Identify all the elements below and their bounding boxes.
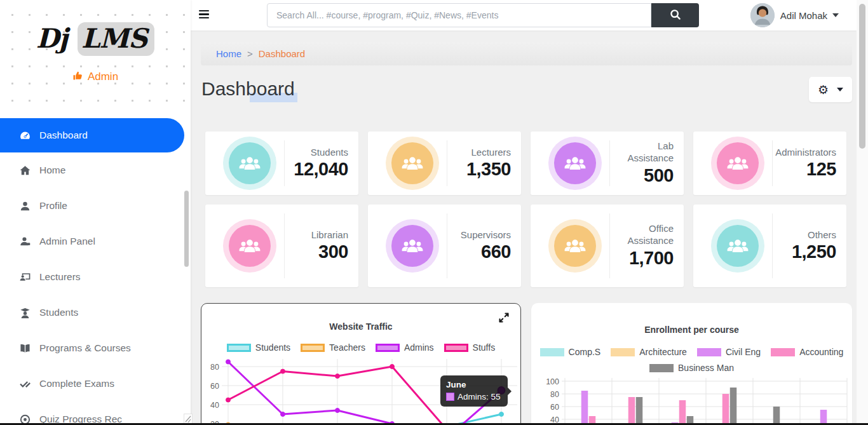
chevron-down-icon — [837, 88, 843, 91]
legend-item-teachers[interactable]: Teachers — [301, 342, 365, 353]
user-menu[interactable]: Adil Mohak — [750, 0, 839, 30]
home-icon — [19, 165, 31, 177]
legend-label: Teachers — [329, 342, 365, 353]
settings-dropdown-button[interactable]: ⚙ — [809, 77, 852, 102]
stat-card-office-assistance: Office Assistance 1,700 — [531, 205, 684, 287]
gear-icon: ⚙ — [818, 84, 829, 96]
stat-label: Others — [808, 229, 836, 241]
divider — [609, 213, 610, 278]
expand-icon[interactable] — [498, 311, 512, 325]
stat-value: 660 — [481, 241, 511, 262]
logo-lms-badge: LMS — [78, 22, 154, 56]
stat-icon-halo — [223, 219, 276, 273]
stat-icon-halo — [711, 219, 764, 273]
stat-label: Office Assistance — [613, 223, 674, 247]
sidebar-item-dashboard[interactable]: Dashboard — [0, 118, 184, 152]
stat-label: Students — [311, 147, 348, 159]
chart-tooltip: June Admins: 55 — [440, 375, 508, 407]
users-group-icon — [717, 142, 759, 184]
legend-swatch — [649, 364, 674, 372]
stat-label: Librarian — [311, 229, 348, 241]
stat-card-librarian: Librarian 300 — [205, 205, 358, 287]
divider — [447, 140, 447, 186]
sidebar-item-label: Programs & Courses — [39, 342, 131, 354]
admin-panel-icon — [19, 236, 31, 248]
divider — [772, 213, 773, 278]
enrollment-card: Enrollment per course Comp.SArchitecture… — [531, 303, 852, 425]
legend-item-comp-s[interactable]: Comp.S — [540, 347, 601, 357]
sidebar-item-admin-panel[interactable]: Admin Panel — [0, 224, 191, 259]
app-logo: Dj LMS — [0, 23, 191, 54]
bar-chart: 100806040 — [531, 373, 852, 425]
legend-item-stuffs[interactable]: Stuffs — [444, 342, 496, 353]
sidebar-item-label: Lecturers — [39, 271, 81, 283]
exams-icon — [19, 378, 31, 390]
sidebar-item-profile[interactable]: Profile — [0, 188, 191, 224]
divider — [284, 213, 285, 278]
stat-icon-halo — [223, 137, 276, 190]
sidebar-scrollbar[interactable] — [184, 191, 189, 267]
resize-grip[interactable] — [184, 414, 193, 424]
legend-item-admins[interactable]: Admins — [376, 342, 434, 353]
legend-swatch — [376, 344, 400, 352]
stat-card-administrators: Administrators 125 — [693, 132, 846, 195]
breadcrumb-current: Dashboard — [259, 48, 305, 59]
stat-icon-halo — [548, 219, 602, 273]
stat-value: 300 — [318, 241, 348, 262]
divider — [772, 140, 773, 186]
legend-item-students[interactable]: Students — [227, 342, 290, 353]
sidebar-item-complete-exams[interactable]: Complete Exams — [0, 366, 191, 401]
stat-value: 1,350 — [466, 159, 511, 180]
svg-text:40: 40 — [210, 401, 219, 410]
legend-item-business-man[interactable]: Business Man — [649, 363, 734, 373]
chart-legend: StudentsTeachersAdminsStuffs — [201, 342, 520, 353]
sidebar-item-lecturers[interactable]: Lecturers — [0, 259, 191, 295]
avatar — [750, 3, 775, 27]
page-title: Dashboard — [201, 78, 295, 100]
stat-value: 1,700 — [629, 248, 674, 269]
sidebar-item-quiz-progress-rec[interactable]: Quiz Progress Rec — [0, 401, 191, 425]
topbar: Adil Mohak — [191, 0, 857, 30]
svg-text:80: 80 — [210, 363, 219, 372]
legend-swatch — [540, 348, 564, 356]
stat-label: Supervisors — [461, 229, 511, 241]
chevron-down-icon — [832, 13, 839, 17]
legend-item-accounting[interactable]: Accounting — [771, 347, 843, 357]
users-group-icon — [229, 225, 271, 267]
legend-item-civil-eng[interactable]: Civil Eng — [697, 347, 761, 357]
stat-value: 12,040 — [294, 159, 348, 180]
breadcrumb-separator: > — [247, 48, 253, 59]
legend-swatch — [771, 348, 795, 356]
svg-text:80: 80 — [550, 390, 559, 399]
stat-card-students: Students 12,040 — [205, 132, 358, 195]
page-scrollbar-thumb[interactable] — [859, 4, 865, 149]
legend-label: Students — [255, 342, 290, 353]
sidebar-header: Dj LMS Admin — [0, 0, 191, 114]
legend-swatch — [611, 348, 635, 356]
legend-label: Business Man — [678, 363, 734, 373]
sidebar-item-programs-courses[interactable]: Programs & Courses — [0, 330, 191, 366]
legend-label: Architecture — [639, 347, 687, 357]
tooltip-value: Admins: 55 — [458, 392, 501, 401]
hamburger-menu-icon[interactable] — [199, 10, 209, 20]
sidebar-item-home[interactable]: Home — [0, 152, 191, 188]
search-button[interactable] — [651, 3, 699, 27]
sidebar-item-label: Profile — [39, 200, 67, 212]
search-input[interactable] — [267, 3, 651, 27]
sidebar-item-label: Complete Exams — [39, 378, 114, 389]
stat-card-others: Others 1,250 — [693, 205, 846, 287]
sidebar-item-students[interactable]: Students — [0, 295, 191, 330]
legend-label: Stuffs — [473, 342, 496, 353]
stat-card-lecturers: Lecturers 1,350 — [368, 132, 521, 195]
users-group-icon — [554, 225, 596, 267]
tooltip-title: June — [446, 380, 501, 389]
students-icon — [19, 307, 31, 319]
profile-icon — [19, 200, 31, 212]
legend-item-architecture[interactable]: Architecture — [611, 347, 687, 357]
admin-role-link[interactable]: Admin — [0, 71, 191, 83]
chart-title: Website Traffic — [201, 321, 520, 332]
user-name: Adil Mohak — [780, 10, 827, 21]
chart-legend: Comp.SArchitectureCivil EngAccounting — [531, 347, 852, 357]
breadcrumb-home-link[interactable]: Home — [216, 48, 241, 59]
legend-label: Comp.S — [569, 347, 601, 357]
